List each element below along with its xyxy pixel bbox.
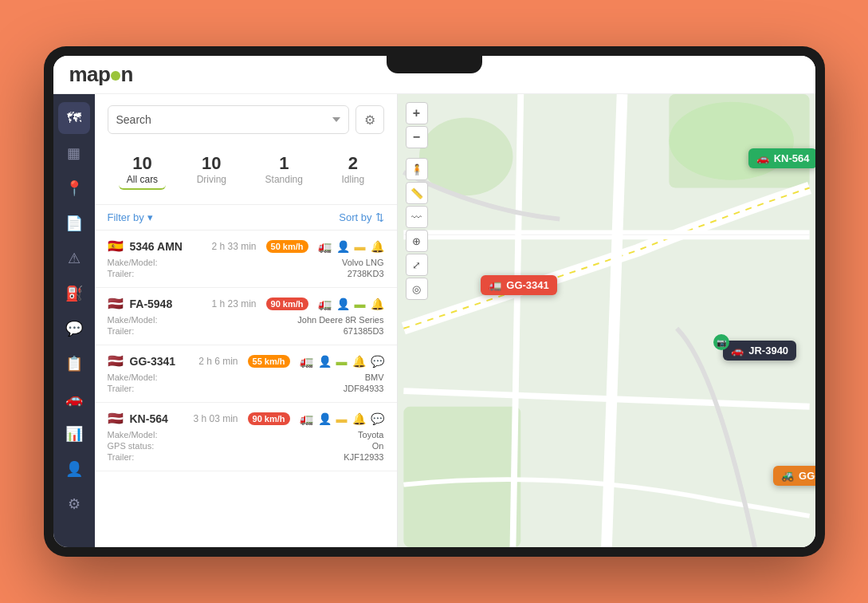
trailer-label: Trailer:: [108, 452, 135, 462]
map-marker-gg3341-red[interactable]: 🚛 GG-3341: [481, 275, 556, 295]
sidebar-item-map[interactable]: 🗺: [58, 102, 90, 134]
chevron-down-icon: ▾: [147, 211, 153, 223]
settings-button[interactable]: ⚙: [355, 105, 384, 134]
speed-badge: 55 km/h: [248, 355, 290, 368]
map-area[interactable]: + − 🧍 📏 〰 ⊕ ⤢ ◎ 🚗 KN-564: [398, 94, 815, 547]
expand-tool[interactable]: ⤢: [406, 254, 428, 276]
vehicle-detail-make: Make/Model: BMV: [108, 372, 384, 383]
trailer-label: Trailer:: [108, 326, 135, 336]
flag-icon: 🇪🇸: [108, 238, 124, 254]
sidebar-item-profile[interactable]: 👤: [58, 453, 90, 485]
stat-idling[interactable]: 2 Idling: [334, 150, 373, 190]
sort-icon: ⇅: [375, 211, 384, 223]
driving-count: 10: [202, 153, 221, 174]
bell-icon: 🔔: [371, 298, 384, 310]
route-tool[interactable]: 〰: [406, 206, 428, 228]
vehicle-id: GG-3341: [130, 355, 193, 368]
vehicle-main-row: 🇪🇸 5346 AMN 2 h 33 min 50 km/h 🚛 👤 ▬ 🔔: [108, 238, 384, 254]
trailer-value: 2738KD3: [348, 269, 384, 278]
vehicle-icons: 🚛 👤 ▬ 🔔 💬: [300, 412, 384, 425]
zoom-in-button[interactable]: +: [406, 102, 428, 124]
make-model-label: Make/Model:: [108, 258, 158, 267]
map-marker-jr3940[interactable]: 🚗 JR-3940: [723, 341, 796, 361]
trailer-icon: 🚛: [300, 355, 313, 368]
bell-icon: 🔔: [352, 412, 366, 425]
filter-label: Filter by: [108, 211, 144, 223]
vehicle-item-gg3341[interactable]: 🇱🇻 GG-3341 2 h 6 min 55 km/h 🚛 👤 ▬ 🔔 💬: [95, 345, 397, 403]
sidebar-item-messages[interactable]: 💬: [58, 313, 90, 345]
vehicle-item-kn564[interactable]: 🇱🇻 KN-564 3 h 03 min 90 km/h 🚛 👤 ▬ 🔔 💬: [95, 403, 397, 471]
sidebar-item-location[interactable]: 📍: [58, 172, 90, 204]
zoom-out-button[interactable]: −: [406, 126, 428, 148]
vehicle-detail-trailer: Trailer: 671385D3: [108, 325, 384, 337]
sidebar-item-reports[interactable]: 📄: [58, 207, 90, 239]
trailer-icon: 🚛: [318, 298, 332, 310]
status-dot: ▬: [355, 240, 366, 253]
speed-badge: 90 km/h: [248, 412, 290, 425]
cluster-tool[interactable]: ⊕: [406, 230, 428, 252]
vehicle-main-row: 🇱🇻 FA-5948 1 h 23 min 90 km/h 🚛 👤 ▬ 🔔: [108, 296, 384, 311]
filter-sort-row: Filter by ▾ Sort by ⇅: [95, 205, 397, 231]
bell-icon: 🔔: [371, 240, 384, 253]
all-cars-label: All cars: [127, 174, 158, 185]
gps-label: GPS status:: [108, 441, 155, 451]
sidebar-item-fuel[interactable]: ⛽: [58, 278, 90, 309]
user-icon: 👤: [336, 298, 350, 310]
marker-id-jr3940: JR-3940: [748, 345, 788, 357]
app-logo: mapn: [69, 62, 133, 87]
vehicle-item-5346amn[interactable]: 🇪🇸 5346 AMN 2 h 33 min 50 km/h 🚛 👤 ▬ 🔔: [95, 231, 397, 288]
idling-count: 2: [348, 153, 358, 174]
standing-count: 1: [279, 153, 289, 174]
flag-icon: 🇱🇻: [108, 353, 124, 368]
sidebar-item-dashboard[interactable]: ▦: [58, 137, 90, 169]
make-model-label: Make/Model:: [108, 315, 158, 325]
person-tool[interactable]: 🧍: [406, 158, 428, 180]
search-row: Search ⚙: [108, 105, 384, 134]
vehicle-item-fa5948[interactable]: 🇱🇻 FA-5948 1 h 23 min 90 km/h 🚛 👤 ▬ 🔔: [95, 288, 397, 345]
marker-tractor-icon: 🚜: [781, 470, 794, 482]
sidebar-item-tasks[interactable]: 📋: [58, 348, 90, 380]
vehicle-time: 3 h 03 min: [193, 413, 238, 424]
sort-label: Sort by: [339, 211, 371, 223]
vehicle-icons: 🚛 👤 ▬ 🔔 💬: [300, 355, 384, 368]
svg-point-4: [669, 102, 794, 180]
vehicle-detail-make: Make/Model: John Deere 8R Series: [108, 314, 384, 325]
sidebar: 🗺 ▦ 📍 📄 ⚠ ⛽ 💬 📋 🚗 📊 👤 ⚙: [53, 94, 95, 547]
msg-icon: 💬: [371, 412, 384, 425]
locate-tool[interactable]: ◎: [406, 278, 428, 300]
make-model-value: Toyota: [358, 430, 383, 439]
svg-rect-1: [669, 94, 809, 188]
sidebar-item-vehicles[interactable]: 🚗: [58, 383, 90, 415]
panel-header: Search ⚙ 10 All cars 10 Driving: [95, 94, 397, 205]
vehicle-main-row: 🇱🇻 GG-3341 2 h 6 min 55 km/h 🚛 👤 ▬ 🔔 💬: [108, 353, 384, 368]
ruler-tool[interactable]: 📏: [406, 182, 428, 204]
search-select[interactable]: Search: [108, 105, 349, 134]
svg-rect-2: [403, 407, 520, 547]
stat-driving[interactable]: 10 Driving: [189, 150, 234, 190]
idling-label: Idling: [342, 174, 365, 185]
sidebar-item-analytics[interactable]: 📊: [58, 418, 90, 450]
map-marker-kn564[interactable]: 🚗 KN-564: [748, 148, 815, 168]
status-dot: ▬: [336, 355, 348, 368]
vehicle-time: 1 h 23 min: [211, 298, 256, 309]
stat-all-cars[interactable]: 10 All cars: [119, 150, 166, 190]
flag-icon: 🇱🇻: [108, 296, 124, 311]
trailer-value: KJF12933: [344, 452, 383, 462]
standing-label: Standing: [265, 174, 303, 185]
vehicle-detail-gps: GPS status: On: [108, 440, 384, 451]
logo-text-2: n: [120, 62, 132, 87]
sidebar-item-alerts[interactable]: ⚠: [58, 242, 90, 274]
speed-badge: 90 km/h: [266, 298, 308, 310]
sidebar-item-settings[interactable]: ⚙: [58, 488, 90, 520]
map-controls: + −: [406, 102, 428, 148]
map-marker-gg3341-orange[interactable]: 🚜 GG-3341: [773, 466, 815, 486]
vehicle-id: 5346 AMN: [130, 240, 206, 253]
status-dot: ▬: [336, 412, 348, 425]
main-content: 🗺 ▦ 📍 📄 ⚠ ⛽ 💬 📋 🚗 📊 👤 ⚙ Search: [53, 94, 815, 547]
stat-standing[interactable]: 1 Standing: [257, 150, 311, 190]
device-screen: mapn 🗺 ▦ 📍 📄 ⚠ ⛽ 💬 📋 🚗 📊 👤 ⚙: [53, 56, 815, 547]
vehicle-id: FA-5948: [130, 298, 206, 310]
sort-button[interactable]: Sort by ⇅: [339, 211, 383, 223]
marker-car-icon: 🚗: [756, 152, 769, 164]
filter-button[interactable]: Filter by ▾: [108, 211, 153, 223]
